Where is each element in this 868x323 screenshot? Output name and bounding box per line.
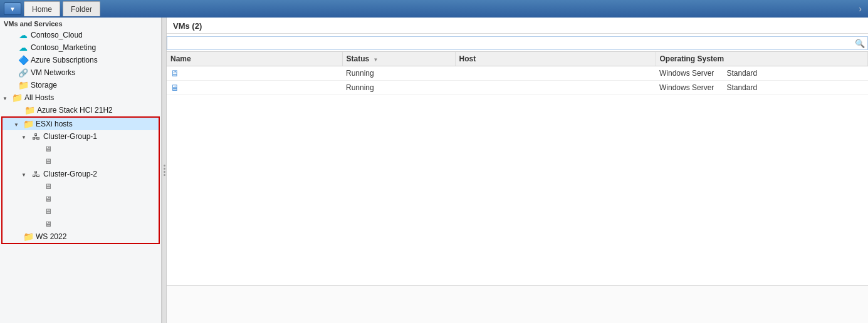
table-row[interactable]: 🖥 Running Windows Server Standard bbox=[167, 81, 868, 95]
splitter-dot bbox=[164, 174, 165, 176]
sidebar-item-label: Storage bbox=[31, 81, 57, 90]
sidebar-item-label: Azure Stack HCI 21H2 bbox=[37, 106, 113, 115]
sidebar-item-host-2a[interactable]: 🖥 bbox=[3, 180, 159, 193]
server-icon: 🖥 bbox=[43, 144, 54, 154]
sidebar-item-storage[interactable]: 📁 Storage bbox=[0, 79, 161, 91]
sidebar-header: VMs and Services bbox=[0, 18, 161, 29]
content-title: VMs (2) bbox=[173, 21, 862, 31]
sidebar-item-cluster-group-1[interactable]: 🖧 Cluster-Group-1 bbox=[3, 130, 159, 143]
folder-icon: 📁 bbox=[23, 232, 34, 242]
sidebar-item-label: Cluster-Group-2 bbox=[43, 170, 97, 178]
table-header-row: Name Status ▼ Host Operating System bbox=[167, 52, 868, 66]
server-icon: 🖥 bbox=[43, 156, 54, 167]
sidebar-item-label: All Hosts bbox=[24, 93, 54, 102]
network-icon: 🔗 bbox=[18, 68, 29, 78]
expand-toggle-cluster2[interactable] bbox=[21, 171, 30, 178]
vm-icon: 🖥 bbox=[170, 68, 179, 78]
tab-home[interactable]: Home bbox=[24, 1, 60, 16]
splitter-handle bbox=[164, 165, 165, 176]
sidebar-item-azure-subscriptions[interactable]: 🔷 Azure Subscriptions bbox=[0, 54, 161, 66]
sidebar-item-label: ESXi hosts bbox=[36, 120, 73, 128]
splitter-dot bbox=[164, 171, 165, 173]
vm-name-cell: 🖥 bbox=[167, 81, 342, 95]
azure-icon: 🔷 bbox=[18, 55, 29, 65]
folder-icon: 📁 bbox=[23, 119, 34, 129]
server-icon: 🖥 bbox=[43, 207, 54, 217]
search-container: 🔍 bbox=[167, 34, 868, 52]
vm-status-cell: Running bbox=[342, 66, 455, 81]
server-icon: 🖥 bbox=[43, 219, 54, 229]
title-bar: ▼ Home Folder › bbox=[0, 0, 868, 18]
sort-icon: ▼ bbox=[374, 57, 379, 63]
sidebar-item-all-hosts[interactable]: 📁 All Hosts bbox=[0, 91, 161, 104]
col-header-status[interactable]: Status ▼ bbox=[342, 52, 455, 66]
folder-icon: 📁 bbox=[24, 105, 35, 115]
search-icon: 🔍 bbox=[855, 39, 865, 48]
sidebar-item-label: Azure Subscriptions bbox=[31, 56, 98, 64]
sidebar-item-host-2b[interactable]: 🖥 bbox=[3, 193, 159, 205]
col-header-name[interactable]: Name bbox=[167, 52, 342, 66]
folder-icon: 📁 bbox=[18, 80, 29, 90]
sidebar-splitter[interactable] bbox=[162, 18, 167, 323]
esxi-hosts-box: 📁 ESXi hosts 🖧 Cluster-Group-1 🖥 🖥 bbox=[1, 116, 160, 244]
app-menu-icon: ▼ bbox=[9, 6, 16, 13]
expand-toggle-cluster1[interactable] bbox=[21, 133, 30, 140]
sidebar-item-label: WS 2022 bbox=[36, 232, 66, 241]
expand-toggle-esxi[interactable] bbox=[14, 121, 23, 128]
cloud-icon: ☁ bbox=[18, 30, 29, 40]
sidebar-item-vm-networks[interactable]: 🔗 VM Networks bbox=[0, 66, 161, 79]
sidebar-item-host-2d[interactable]: 🖥 bbox=[3, 218, 159, 230]
vm-host-cell bbox=[455, 66, 656, 81]
cloud-icon: ☁ bbox=[18, 43, 29, 53]
vm-table: Name Status ▼ Host Operating System bbox=[167, 52, 868, 95]
vm-name-cell: 🖥 bbox=[167, 66, 342, 81]
tab-folder[interactable]: Folder bbox=[63, 1, 100, 16]
sidebar-item-ws-2022[interactable]: 📁 WS 2022 bbox=[3, 230, 159, 243]
server-icon: 🖥 bbox=[43, 194, 54, 204]
sidebar-item-label: VM Networks bbox=[31, 68, 75, 77]
sidebar-item-azure-stack-hci[interactable]: 📁 Azure Stack HCI 21H2 bbox=[0, 104, 161, 116]
vm-icon: 🖥 bbox=[170, 83, 179, 93]
sidebar-item-label: Cluster-Group-1 bbox=[43, 132, 97, 141]
search-bar: 🔍 bbox=[167, 36, 868, 50]
sidebar-item-host-1a[interactable]: 🖥 bbox=[3, 143, 159, 155]
content-area: VMs (2) 🔍 Name Status ▼ bbox=[167, 18, 868, 323]
vm-status-cell: Running bbox=[342, 81, 455, 95]
sidebar: VMs and Services ☁ Contoso_Cloud ☁ Conto… bbox=[0, 18, 162, 323]
col-header-host[interactable]: Host bbox=[455, 52, 656, 66]
col-header-os[interactable]: Operating System bbox=[656, 52, 868, 66]
server-icon: 🖥 bbox=[43, 182, 54, 192]
expand-toggle-all-hosts[interactable] bbox=[3, 95, 11, 101]
sidebar-item-esxi-hosts[interactable]: 📁 ESXi hosts bbox=[3, 118, 159, 130]
sidebar-item-host-1b[interactable]: 🖥 bbox=[3, 155, 159, 168]
vm-os-cell: Windows Server Standard bbox=[656, 66, 868, 81]
vm-host-cell bbox=[455, 81, 656, 95]
content-header: VMs (2) bbox=[167, 18, 868, 34]
sidebar-item-contoso-cloud[interactable]: ☁ Contoso_Cloud bbox=[0, 29, 161, 41]
sidebar-item-host-2c[interactable]: 🖥 bbox=[3, 205, 159, 218]
splitter-dot bbox=[164, 168, 165, 170]
main-container: VMs and Services ☁ Contoso_Cloud ☁ Conto… bbox=[0, 18, 868, 323]
vm-os-cell: Windows Server Standard bbox=[656, 81, 868, 95]
sidebar-item-label: Contoso_Marketing bbox=[31, 43, 96, 52]
search-input[interactable] bbox=[167, 39, 867, 48]
cluster-icon: 🖧 bbox=[30, 131, 41, 141]
sidebar-item-contoso-marketing[interactable]: ☁ Contoso_Marketing bbox=[0, 41, 161, 54]
sidebar-item-cluster-group-2[interactable]: 🖧 Cluster-Group-2 bbox=[3, 168, 159, 180]
table-row[interactable]: 🖥 Running Windows Server Standard bbox=[167, 66, 868, 81]
title-end-chevron: › bbox=[859, 4, 864, 14]
vm-table-container: Name Status ▼ Host Operating System bbox=[167, 52, 868, 285]
folder-icon: 📁 bbox=[11, 93, 23, 103]
app-menu-button[interactable]: ▼ bbox=[4, 3, 21, 15]
cluster-icon: 🖧 bbox=[30, 169, 41, 179]
sidebar-item-label: Contoso_Cloud bbox=[31, 31, 83, 39]
bottom-panel bbox=[167, 285, 868, 323]
splitter-dot bbox=[164, 165, 165, 167]
